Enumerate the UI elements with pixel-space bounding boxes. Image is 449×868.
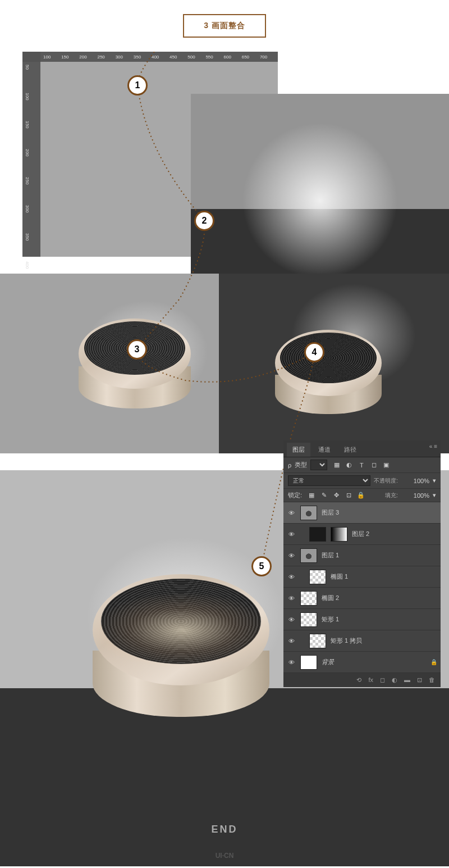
tab-channels[interactable]: 通道 (313, 443, 336, 457)
visibility-icon[interactable]: 👁 (287, 616, 296, 623)
fill-label: 填充: (385, 492, 398, 499)
filter-pixel-icon[interactable]: ▦ (333, 461, 341, 469)
layer-name: 图层 2 (352, 530, 437, 538)
step-title: 画面整合 (212, 21, 245, 30)
layer-row[interactable]: 👁椭圆 2 (283, 588, 441, 609)
speaker-render-3 (79, 319, 191, 408)
light-glow (236, 116, 404, 274)
end-label: END (0, 824, 449, 835)
layer-name: 矩形 1 拷贝 (331, 637, 437, 645)
visibility-icon[interactable]: 👁 (287, 510, 296, 516)
visibility-icon[interactable]: 👁 (287, 638, 296, 644)
tutorial-canvas: 100150200250300350400450500550600650700 … (0, 52, 449, 866)
filter-adjust-icon[interactable]: ◐ (345, 461, 353, 469)
adjustment-layer-icon[interactable]: ◐ (392, 676, 397, 684)
step-badge-4: 4 (304, 342, 324, 362)
search-icon: ρ (288, 462, 291, 469)
step-badge-5: 5 (251, 556, 272, 576)
link-layers-icon[interactable]: ⟲ (356, 676, 361, 684)
dropdown-icon[interactable]: ▾ (433, 477, 436, 484)
visibility-icon[interactable]: 👁 (287, 552, 296, 559)
layer-row[interactable]: 👁图层 2 (283, 524, 441, 545)
new-layer-icon[interactable]: ⊡ (417, 676, 422, 684)
watermark: UI·CN (0, 852, 449, 860)
lock-label: 锁定: (288, 491, 302, 499)
opacity-value[interactable]: 100% (401, 478, 429, 484)
ruler-vertical: 50100150200250300350400450 (22, 62, 40, 257)
dropdown-icon[interactable]: ▾ (433, 492, 436, 499)
fill-value[interactable]: 100% (401, 492, 429, 499)
filter-type-icon[interactable]: T (358, 461, 365, 469)
layer-thumbnail (309, 527, 326, 542)
group-layers-icon[interactable]: ▬ (404, 676, 410, 684)
lock-all-icon[interactable]: 🔒 (357, 492, 365, 499)
visibility-icon[interactable]: 👁 (287, 595, 296, 602)
filter-label: 类型 (295, 461, 307, 469)
layer-row[interactable]: 👁图层 3 (283, 502, 441, 524)
layer-row[interactable]: 👁图层 1 (283, 545, 441, 566)
layer-fx-icon[interactable]: fx (368, 676, 373, 684)
lock-icon: 🔒 (430, 659, 437, 665)
panel-footer: ⟲ fx ◻ ◐ ▬ ⊡ 🗑 (283, 673, 441, 687)
filter-shape-icon[interactable]: ◻ (370, 461, 378, 469)
lock-artboard-icon[interactable]: ⊡ (345, 492, 352, 499)
layer-row[interactable]: 👁矩形 1 (283, 609, 441, 630)
tab-paths[interactable]: 路径 (338, 443, 362, 457)
layer-row[interactable]: 👁背景🔒 (283, 652, 441, 673)
layer-row[interactable]: 👁椭圆 1 (283, 566, 441, 588)
step-number: 3 (204, 21, 209, 30)
ruler-horizontal: 100150200250300350400450500550600650700 (40, 52, 278, 62)
layer-thumbnail (300, 548, 317, 563)
layer-thumbnail (309, 570, 326, 584)
lock-transparency-icon[interactable]: ▦ (308, 492, 315, 499)
layer-name: 背景 (322, 658, 426, 666)
filter-type-dropdown[interactable] (310, 460, 327, 470)
layer-thumbnail (300, 506, 317, 520)
layer-mask-thumbnail (331, 527, 347, 542)
layer-name: 矩形 1 (322, 615, 437, 624)
step-panel-2 (191, 94, 449, 274)
step-badge-2: 2 (194, 211, 214, 231)
lock-paint-icon[interactable]: ✎ (320, 492, 328, 499)
layer-thumbnail (300, 612, 317, 627)
layer-row[interactable]: 👁矩形 1 拷贝 (283, 630, 441, 652)
layers-panel: « ≡ 图层 通道 路径 ρ 类型 ▦ ◐ T ◻ ▣ 正常 不透明度: 100… (283, 440, 441, 687)
blend-mode-dropdown[interactable]: 正常 (288, 475, 370, 486)
lock-position-icon[interactable]: ✥ (332, 492, 340, 499)
panel-menu-icon[interactable]: « ≡ (429, 443, 437, 449)
filter-smart-icon[interactable]: ▣ (382, 461, 390, 469)
section-header: 3 画面整合 (0, 0, 449, 52)
layer-name: 图层 3 (322, 508, 437, 517)
layer-thumbnail (309, 634, 326, 648)
layer-name: 椭圆 1 (331, 572, 437, 581)
layer-name: 图层 1 (322, 551, 437, 560)
layer-thumbnail (300, 591, 317, 606)
layer-mask-icon[interactable]: ◻ (380, 676, 385, 684)
tab-layers[interactable]: 图层 (287, 443, 310, 457)
step-badge-3: 3 (127, 339, 147, 360)
visibility-icon[interactable]: 👁 (287, 574, 296, 580)
layer-name: 椭圆 2 (322, 594, 437, 602)
step-badge-1: 1 (127, 75, 148, 96)
opacity-label: 不透明度: (374, 477, 398, 485)
visibility-icon[interactable]: 👁 (287, 659, 296, 666)
speaker-render-4 (275, 330, 382, 414)
layer-thumbnail (300, 655, 317, 670)
speaker-render-final (93, 574, 269, 720)
visibility-icon[interactable]: 👁 (287, 531, 296, 538)
delete-layer-icon[interactable]: 🗑 (429, 676, 435, 684)
